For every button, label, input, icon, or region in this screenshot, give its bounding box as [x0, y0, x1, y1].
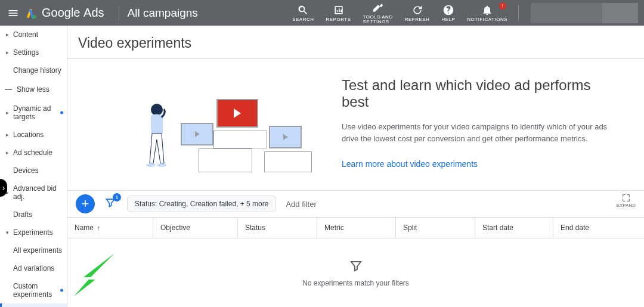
hero-illustration [127, 77, 318, 172]
sidebar-item-settings[interactable]: ▸Settings [0, 44, 67, 61]
sidebar-item-change-history[interactable]: Change history [0, 61, 67, 79]
sidebar-item-experiments[interactable]: ▾Experiments [0, 224, 67, 241]
blue-dot-indicator [60, 111, 63, 114]
play-screen-red [216, 99, 258, 128]
main-content: Video experiments [67, 26, 644, 307]
blue-dot-indicator [60, 289, 63, 292]
add-experiment-button[interactable]: + [76, 194, 95, 213]
page-context[interactable]: All campaigns [128, 7, 198, 20]
hero-heading: Test and learn which video ad performs b… [342, 77, 620, 110]
header-divider [119, 6, 119, 20]
svg-point-3 [157, 163, 166, 167]
sort-ascending-icon: ↑ [97, 224, 101, 231]
sidebar-item-devices[interactable]: Devices [0, 162, 67, 179]
hero-text: Test and learn which video ad performs b… [318, 77, 620, 172]
sidebar-item-advanced-bid[interactable]: ▸Advanced bid adj. [0, 179, 67, 206]
sidebar-item-ad-schedule[interactable]: ▸Ad schedule [0, 144, 67, 162]
expand-table-button[interactable]: Expand [617, 193, 636, 208]
col-status[interactable]: Status [238, 218, 317, 238]
google-ads-logo[interactable]: Google Ads [25, 6, 104, 20]
col-split[interactable]: Split [396, 218, 475, 238]
hamburger-menu-icon[interactable] [6, 6, 20, 20]
funnel-icon [349, 259, 363, 273]
filter-count-badge: 1 [113, 193, 121, 201]
sidebar-show-less[interactable]: Show less [0, 79, 67, 100]
col-end-date[interactable]: End date [553, 218, 644, 238]
hero-body: Use video experiments for your video cam… [342, 121, 620, 144]
hero-section: Test and learn which video ad performs b… [67, 59, 644, 190]
help-button[interactable]: Help [441, 4, 455, 22]
svg-point-0 [33, 15, 36, 18]
sidebar-item-content[interactable]: ▸Content [0, 26, 67, 44]
filter-icon[interactable]: 1 [104, 197, 116, 211]
tools-settings-button[interactable]: Tools andsettings [363, 2, 393, 24]
header-divider-2 [518, 5, 519, 21]
notification-badge: ! [499, 2, 506, 10]
status-filter-chip[interactable]: Status: Creating, Creation failed, + 5 m… [127, 196, 276, 212]
sidebar-item-custom-experiments[interactable]: Custom experiments [0, 277, 67, 303]
table-header-row: Name↑ Objective Status Metric Split Star… [67, 218, 644, 238]
svg-point-1 [151, 104, 163, 116]
person-illustration [139, 101, 175, 172]
sidebar-item-drafts[interactable]: Drafts [0, 206, 67, 224]
table-toolbar: + 1 Status: Creating, Creation failed, +… [67, 190, 644, 218]
col-metric[interactable]: Metric [317, 218, 396, 238]
sidebar-item-video-experiments[interactable]: Video experiments [0, 303, 67, 307]
page-title: Video experiments [67, 26, 644, 59]
app-header: Google Ads All campaigns Search Reports … [0, 0, 644, 26]
sidebar-item-locations[interactable]: ▸Locations [0, 126, 67, 144]
left-sidebar: ▸Content ▸Settings Change history Show l… [0, 26, 67, 307]
empty-state: No experiments match your filters [67, 238, 644, 307]
account-switcher[interactable] [531, 3, 638, 23]
notifications-button[interactable]: ! Notifications [467, 4, 507, 22]
sidebar-item-ad-variations[interactable]: Ad variations [0, 259, 67, 277]
add-filter-button[interactable]: Add filter [286, 200, 316, 209]
empty-message: No experiments match your filters [302, 279, 409, 287]
play-screen-blue-1 [181, 123, 213, 145]
sidebar-item-dynamic-ad-targets[interactable]: ▸Dynamic ad targets [0, 100, 67, 126]
play-screen-blue-2 [269, 126, 302, 148]
sidebar-item-all-experiments[interactable]: All experiments [0, 241, 67, 259]
svg-point-2 [146, 163, 156, 167]
brand-text: Google Ads [42, 6, 104, 20]
header-tools: Search Reports Tools andsettings Refresh… [286, 2, 513, 24]
refresh-button[interactable]: Refresh [405, 4, 430, 22]
learn-more-link[interactable]: Learn more about video experiments [342, 159, 478, 169]
reports-button[interactable]: Reports [326, 4, 351, 22]
col-objective[interactable]: Objective [153, 218, 238, 238]
col-start-date[interactable]: Start date [475, 218, 553, 238]
search-button[interactable]: Search [292, 4, 314, 22]
col-name[interactable]: Name↑ [67, 218, 153, 238]
